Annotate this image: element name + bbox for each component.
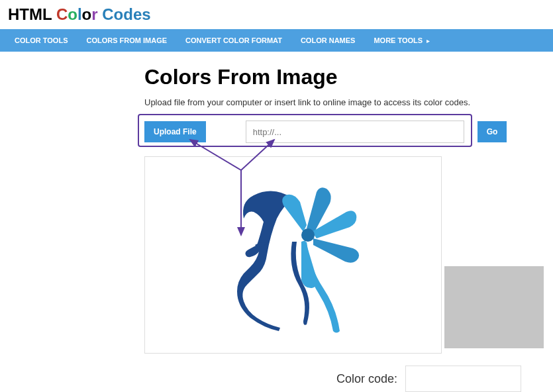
site-logo: HTML Color Codes — [0, 0, 553, 29]
svg-point-0 — [301, 228, 315, 242]
logo-word-color: Color — [56, 5, 98, 23]
page-description: Upload file from your computer or insert… — [144, 97, 553, 107]
image-preview-area[interactable] — [144, 156, 442, 354]
nav-color-names[interactable]: COLOR NAMES — [291, 30, 365, 51]
go-button[interactable]: Go — [478, 121, 507, 142]
chevron-right-icon: ▸ — [427, 37, 430, 44]
color-code-row: Color code: — [336, 366, 553, 392]
color-preview-swatch — [444, 266, 544, 348]
logo-word-codes: Codes — [102, 5, 150, 23]
logo-word-html: HTML — [8, 5, 52, 23]
upload-controls-row: Upload File Go — [144, 121, 553, 143]
page-title: Colors From Image — [144, 65, 553, 89]
color-code-label: Color code: — [336, 372, 397, 386]
svg-line-3 — [241, 140, 274, 170]
upload-file-button[interactable]: Upload File — [144, 121, 206, 142]
color-code-input[interactable] — [405, 366, 521, 392]
nav-more-tools[interactable]: MORE TOOLS — [364, 30, 432, 51]
image-url-input[interactable] — [246, 121, 464, 143]
main-navbar: COLOR TOOLS COLORS FROM IMAGE CONVERT CO… — [0, 29, 553, 52]
svg-line-2 — [190, 140, 241, 170]
nav-convert-color-format[interactable]: CONVERT COLOR FORMAT — [176, 30, 291, 51]
nav-colors-from-image[interactable]: COLORS FROM IMAGE — [77, 30, 176, 51]
nav-color-tools[interactable]: COLOR TOOLS — [5, 30, 77, 51]
sample-image — [207, 169, 379, 341]
